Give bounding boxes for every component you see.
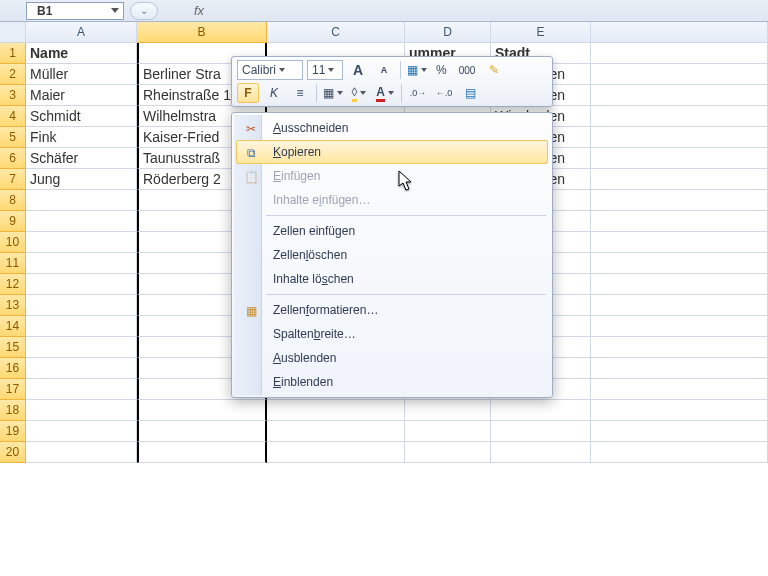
cell-E18[interactable]: [491, 400, 591, 421]
cell-B18[interactable]: [137, 400, 267, 421]
font-size-combo[interactable]: 11: [307, 60, 343, 80]
context-menu-clear[interactable]: Inhalte löschen: [236, 267, 548, 291]
increase-font-button[interactable]: A: [347, 60, 369, 80]
row-header-4[interactable]: 4: [0, 106, 26, 127]
fill-color-button[interactable]: ◊: [348, 83, 370, 103]
row-header-9[interactable]: 9: [0, 211, 26, 232]
cell-A12[interactable]: [26, 274, 137, 295]
accounting-format-button[interactable]: ▦: [406, 60, 428, 80]
cell-overflow-9[interactable]: [591, 211, 768, 232]
row-header-14[interactable]: 14: [0, 316, 26, 337]
cell-A17[interactable]: [26, 379, 137, 400]
context-menu-colwidth[interactable]: Spaltenbreite…: [236, 322, 548, 346]
cell-C18[interactable]: [267, 400, 405, 421]
row-header-20[interactable]: 20: [0, 442, 26, 463]
column-header-D[interactable]: D: [405, 22, 491, 43]
cell-A19[interactable]: [26, 421, 137, 442]
borders-button[interactable]: ▦: [322, 83, 344, 103]
cell-A15[interactable]: [26, 337, 137, 358]
fx-label[interactable]: fx: [194, 3, 204, 18]
cell-overflow-3[interactable]: [591, 85, 768, 106]
cell-A3[interactable]: Maier: [26, 85, 137, 106]
context-menu[interactable]: Ausschneiden✂Kopieren⧉Einfügen📋Inhalte e…: [231, 112, 553, 398]
cell-overflow-20[interactable]: [591, 442, 768, 463]
cell-overflow-6[interactable]: [591, 148, 768, 169]
row-header-7[interactable]: 7: [0, 169, 26, 190]
row-header-1[interactable]: 1: [0, 43, 26, 64]
row-header-19[interactable]: 19: [0, 421, 26, 442]
column-header-B[interactable]: B: [137, 22, 267, 43]
row-header-15[interactable]: 15: [0, 337, 26, 358]
cell-A4[interactable]: Schmidt: [26, 106, 137, 127]
cell-E19[interactable]: [491, 421, 591, 442]
cell-overflow-10[interactable]: [591, 232, 768, 253]
cell-A14[interactable]: [26, 316, 137, 337]
row-header-12[interactable]: 12: [0, 274, 26, 295]
format-painter-button[interactable]: ✎: [483, 60, 505, 80]
cell-A2[interactable]: Müller: [26, 64, 137, 85]
cell-overflow-18[interactable]: [591, 400, 768, 421]
cell-D18[interactable]: [405, 400, 491, 421]
cell-A1[interactable]: Name: [26, 43, 137, 64]
percent-format-button[interactable]: %: [432, 60, 451, 80]
cell-A13[interactable]: [26, 295, 137, 316]
cell-overflow-16[interactable]: [591, 358, 768, 379]
cell-overflow-5[interactable]: [591, 127, 768, 148]
context-menu-delete[interactable]: Zellen löschen: [236, 243, 548, 267]
column-header-C[interactable]: C: [267, 22, 405, 43]
comma-format-button[interactable]: 000: [455, 60, 480, 80]
cell-overflow-15[interactable]: [591, 337, 768, 358]
row-header-6[interactable]: 6: [0, 148, 26, 169]
row-header-2[interactable]: 2: [0, 64, 26, 85]
cell-B20[interactable]: [137, 442, 267, 463]
font-color-button[interactable]: A: [374, 83, 396, 103]
cell-A18[interactable]: [26, 400, 137, 421]
fx-cancel-confirm[interactable]: ⌄: [130, 2, 158, 20]
cell-overflow-7[interactable]: [591, 169, 768, 190]
column-header-overflow[interactable]: [591, 22, 768, 43]
italic-button[interactable]: K: [263, 83, 285, 103]
column-header-E[interactable]: E: [491, 22, 591, 43]
select-all-corner[interactable]: [0, 22, 26, 43]
cell-overflow-14[interactable]: [591, 316, 768, 337]
bold-button[interactable]: F: [237, 83, 259, 103]
row-header-17[interactable]: 17: [0, 379, 26, 400]
name-box[interactable]: B1: [26, 2, 124, 20]
column-header-A[interactable]: A: [26, 22, 137, 43]
cell-E20[interactable]: [491, 442, 591, 463]
cell-A11[interactable]: [26, 253, 137, 274]
cell-overflow-2[interactable]: [591, 64, 768, 85]
cell-A9[interactable]: [26, 211, 137, 232]
row-header-10[interactable]: 10: [0, 232, 26, 253]
cell-A20[interactable]: [26, 442, 137, 463]
cell-overflow-11[interactable]: [591, 253, 768, 274]
cell-A8[interactable]: [26, 190, 137, 211]
font-name-combo[interactable]: Calibri: [237, 60, 303, 80]
merge-button[interactable]: ▤: [459, 83, 481, 103]
row-header-13[interactable]: 13: [0, 295, 26, 316]
row-header-8[interactable]: 8: [0, 190, 26, 211]
cell-D20[interactable]: [405, 442, 491, 463]
align-center-button[interactable]: ≡: [289, 83, 311, 103]
decrease-decimal-button[interactable]: ←.0: [433, 83, 455, 103]
row-header-18[interactable]: 18: [0, 400, 26, 421]
cell-overflow-12[interactable]: [591, 274, 768, 295]
row-header-3[interactable]: 3: [0, 85, 26, 106]
cell-overflow-1[interactable]: [591, 43, 768, 64]
context-menu-insert[interactable]: Zellen einfügen: [236, 219, 548, 243]
cell-A5[interactable]: Fink: [26, 127, 137, 148]
context-menu-copy[interactable]: Kopieren⧉: [236, 140, 548, 164]
cell-A6[interactable]: Schäfer: [26, 148, 137, 169]
context-menu-cut[interactable]: Ausschneiden✂: [236, 116, 548, 140]
cell-overflow-19[interactable]: [591, 421, 768, 442]
cell-B19[interactable]: [137, 421, 267, 442]
row-header-11[interactable]: 11: [0, 253, 26, 274]
cell-C19[interactable]: [267, 421, 405, 442]
cell-A16[interactable]: [26, 358, 137, 379]
context-menu-unhide[interactable]: Einblenden: [236, 370, 548, 394]
cell-overflow-4[interactable]: [591, 106, 768, 127]
cell-D19[interactable]: [405, 421, 491, 442]
cell-C20[interactable]: [267, 442, 405, 463]
context-menu-hide[interactable]: Ausblenden: [236, 346, 548, 370]
cell-overflow-13[interactable]: [591, 295, 768, 316]
